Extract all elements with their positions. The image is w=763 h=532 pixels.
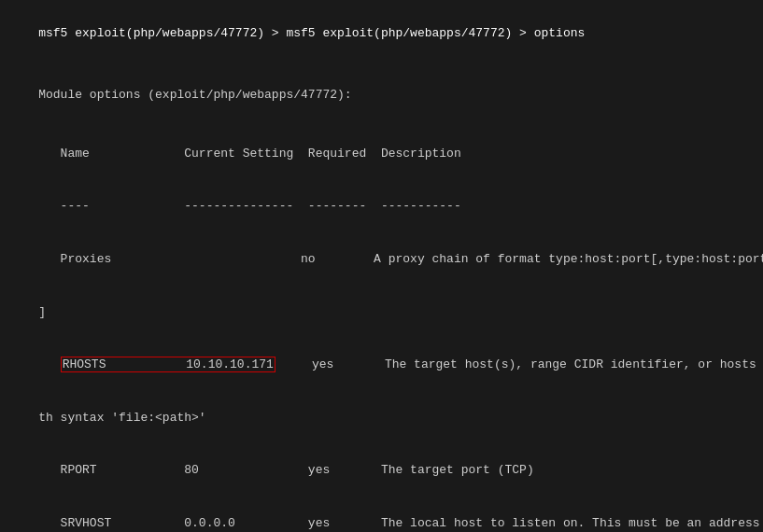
command-text: msf5 exploit(php/webapps/47772) > option… — [286, 26, 585, 40]
option-row-rhosts: RHOSTS 10.10.10.171 yes The target host(… — [9, 339, 754, 392]
option-row-proxies: Proxies no A proxy chain of format type:… — [9, 233, 754, 287]
prompt-line: msf5 exploit(php/webapps/47772) > msf5 e… — [9, 7, 754, 61]
module-options-header: Module options (exploit/php/webapps/4777… — [9, 70, 754, 123]
option-row-rport: RPORT 80 yes The target port (TCP) — [9, 444, 754, 497]
module-header-text: Module options (exploit/php/webapps/4777… — [38, 88, 351, 102]
module-col-sep: ---- --------------- -------- ----------… — [9, 181, 754, 234]
option-row-rhosts-cont: th syntax 'file:<path>' — [9, 392, 754, 445]
rhosts-highlight: RHOSTS 10.10.10.171 — [61, 357, 276, 372]
module-col-headers: Name Current Setting Required Descriptio… — [9, 128, 754, 181]
prompt-text: msf5 exploit(php/webapps/47772) > — [38, 26, 286, 40]
option-row-srvhost: SRVHOST 0.0.0.0 yes The local host to li… — [9, 497, 754, 532]
col-sep: ---- --------------- -------- ----------… — [38, 199, 460, 213]
col-name: Name Current Setting Required Descriptio… — [38, 147, 460, 161]
terminal-window: msf5 exploit(php/webapps/47772) > msf5 e… — [9, 7, 754, 532]
option-row-bracket: ] — [9, 287, 754, 340]
